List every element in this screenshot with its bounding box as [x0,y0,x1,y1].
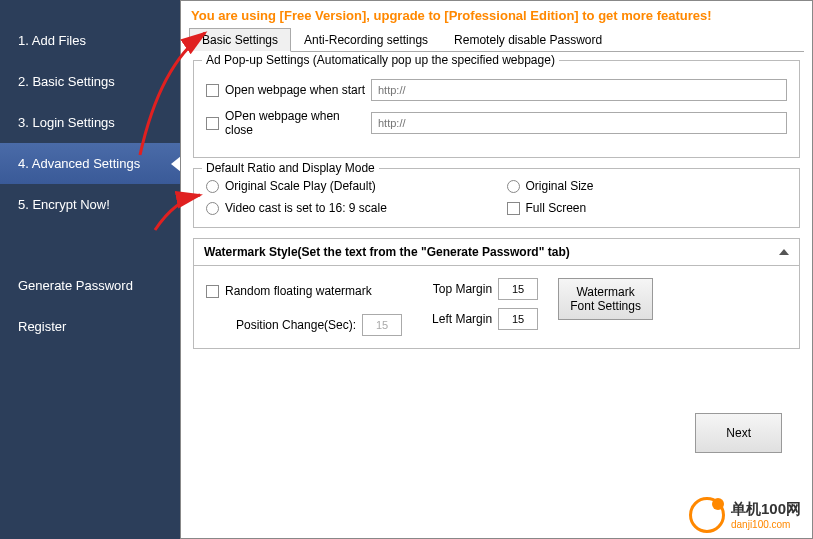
position-change-label: Position Change(Sec): [236,318,356,332]
sidebar-item-login-settings[interactable]: 3. Login Settings [0,102,180,143]
watermark-title: Watermark Style(Set the text from the "G… [204,245,570,259]
open-on-close-url-input[interactable] [371,112,787,134]
sidebar-item-generate-password[interactable]: Generate Password [0,265,180,306]
brand-logo: 单机100网 danji100.com [689,497,801,533]
sidebar-item-register[interactable]: Register [0,306,180,347]
logo-url: danji100.com [731,519,801,530]
open-on-close-label: OPen webpage when close [225,109,371,137]
ratio-16-9-radio[interactable] [206,202,219,215]
open-on-start-checkbox[interactable] [206,84,219,97]
sidebar-item-encrypt-now[interactable]: 5. Encrypt Now! [0,184,180,225]
main-panel: You are using [Free Version], upgrade to… [180,0,813,539]
chevron-up-icon [779,249,789,255]
tab-basic-settings[interactable]: Basic Settings [189,28,291,52]
sidebar-item-advanced-settings[interactable]: 4. Advanced Settings [0,143,180,184]
next-button[interactable]: Next [695,413,782,453]
logo-icon [689,497,725,533]
top-margin-input[interactable] [498,278,538,300]
open-on-close-checkbox[interactable] [206,117,219,130]
ratio-original-scale-label: Original Scale Play (Default) [225,179,376,193]
ratio-original-size-label: Original Size [526,179,594,193]
sidebar: 1. Add Files 2. Basic Settings 3. Login … [0,0,180,539]
watermark-header[interactable]: Watermark Style(Set the text from the "G… [194,239,799,266]
tab-anti-recording[interactable]: Anti-Recording settings [291,28,441,52]
watermark-font-settings-button[interactable]: Watermark Font Settings [558,278,653,320]
random-watermark-checkbox[interactable] [206,285,219,298]
ratio-16-9-label: Video cast is set to 16: 9 scale [225,201,387,215]
ratio-full-screen-label: Full Screen [526,201,587,215]
sidebar-item-add-files[interactable]: 1. Add Files [0,20,180,61]
top-margin-label: Top Margin [422,282,492,296]
ratio-title: Default Ratio and Display Mode [202,161,379,175]
open-on-start-label: Open webpage when start [225,83,365,97]
sidebar-item-basic-settings[interactable]: 2. Basic Settings [0,61,180,102]
tab-remote-disable[interactable]: Remotely disable Password [441,28,615,52]
position-change-input[interactable] [362,314,402,336]
popup-settings-group: Ad Pop-up Settings (Automatically pop up… [193,60,800,158]
ratio-original-size-radio[interactable] [507,180,520,193]
ratio-original-scale-radio[interactable] [206,180,219,193]
random-watermark-label: Random floating watermark [225,284,372,298]
open-on-start-url-input[interactable] [371,79,787,101]
left-margin-input[interactable] [498,308,538,330]
upgrade-banner: You are using [Free Version], upgrade to… [181,1,812,27]
tabs: Basic Settings Anti-Recording settings R… [189,27,804,52]
watermark-accordion: Watermark Style(Set the text from the "G… [193,238,800,349]
ratio-full-screen-checkbox[interactable] [507,202,520,215]
ratio-group: Default Ratio and Display Mode Original … [193,168,800,228]
logo-name: 单机100网 [731,500,801,519]
popup-settings-title: Ad Pop-up Settings (Automatically pop up… [202,53,559,67]
left-margin-label: Left Margin [422,312,492,326]
